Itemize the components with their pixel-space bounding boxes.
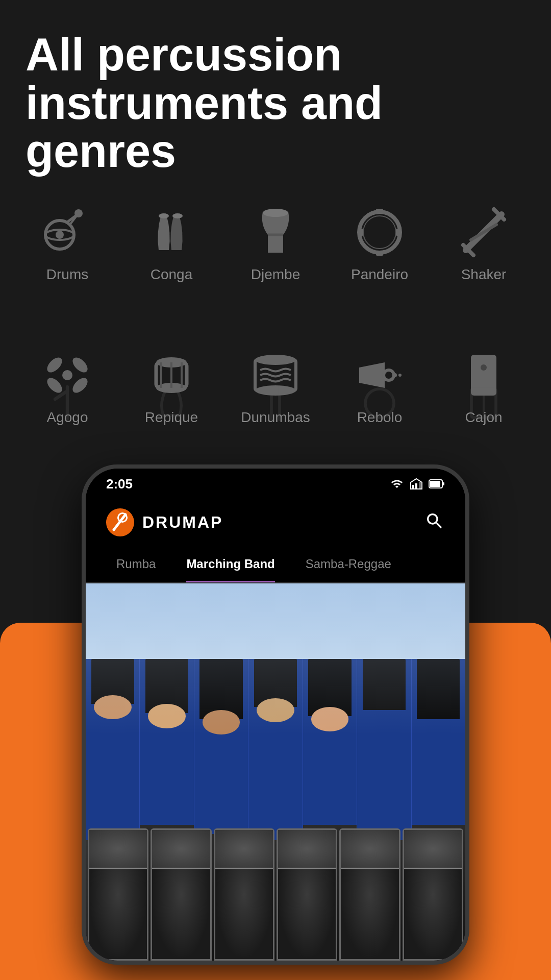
logo-svg <box>106 508 134 536</box>
svg-rect-47 <box>415 483 417 489</box>
svg-point-36 <box>398 374 402 377</box>
svg-rect-46 <box>412 485 414 489</box>
instruments-grid: Drums Conga Djembe <box>20 204 531 283</box>
shaker-icon <box>456 204 512 260</box>
svg-point-21 <box>44 355 65 375</box>
svg-line-17 <box>471 225 496 240</box>
orange-left-accent <box>0 725 31 878</box>
conga-label: Conga <box>151 266 193 283</box>
tab-rumba[interactable]: Rumba <box>101 545 171 582</box>
djembe-label: Djembe <box>251 266 300 283</box>
partial-icon-4 <box>333 383 427 424</box>
instrument-drums[interactable]: Drums <box>20 204 114 283</box>
svg-point-43 <box>365 389 394 418</box>
svg-point-22 <box>70 355 90 375</box>
phone-screen: 2:05 <box>86 469 465 961</box>
instrument-pandeiro[interactable]: Pandeiro <box>333 204 427 283</box>
svg-point-8 <box>263 209 288 217</box>
tab-samba-reggae[interactable]: Samba-Reggae <box>290 545 407 582</box>
instrument-conga[interactable]: Conga <box>124 204 218 283</box>
search-button[interactable] <box>424 511 445 533</box>
photo-overlay <box>86 583 465 961</box>
svg-point-35 <box>393 373 397 377</box>
svg-point-11 <box>363 216 396 249</box>
signal-icon <box>409 478 423 490</box>
app-name-text: DRUMAP <box>142 513 223 532</box>
search-icon <box>424 511 445 531</box>
content-area <box>86 583 465 961</box>
partial-icon-1 <box>20 383 114 424</box>
shaker-label: Shaker <box>461 266 507 283</box>
partial-icon-5 <box>437 383 531 424</box>
svg-rect-50 <box>430 481 440 487</box>
svg-point-34 <box>384 370 394 380</box>
status-bar: 2:05 <box>86 469 465 499</box>
status-icons <box>390 478 445 490</box>
svg-rect-14 <box>376 209 383 214</box>
svg-rect-51 <box>443 482 444 485</box>
pandeiro-icon <box>352 204 408 260</box>
partial-icon-3 <box>229 383 322 424</box>
phone-frame: 2:05 <box>82 464 469 965</box>
svg-point-20 <box>62 370 72 380</box>
svg-point-7 <box>172 213 183 218</box>
tab-bar: Rumba Marching Band Samba-Reggae <box>86 545 465 583</box>
svg-rect-13 <box>396 229 401 236</box>
instrument-djembe[interactable]: Djembe <box>229 204 322 283</box>
svg-point-2 <box>56 231 64 239</box>
hero-title: All percussion instruments and genres <box>26 31 525 176</box>
pandeiro-label: Pandeiro <box>351 266 408 283</box>
svg-point-38 <box>481 364 487 371</box>
svg-point-32 <box>255 355 296 365</box>
svg-line-40 <box>55 391 67 399</box>
battery-icon <box>429 478 445 490</box>
logo-icon <box>106 508 134 536</box>
svg-point-10 <box>359 212 400 253</box>
wifi-icon <box>390 478 404 490</box>
instruments-row3-partial <box>20 383 531 424</box>
conga-icon <box>143 204 199 260</box>
svg-rect-15 <box>376 251 383 256</box>
tab-marching-band[interactable]: Marching Band <box>171 545 290 582</box>
marching-band-photo <box>86 583 465 961</box>
svg-rect-12 <box>358 229 363 236</box>
app-header: DRUMAP <box>86 499 465 545</box>
status-time: 2:05 <box>106 476 133 492</box>
instrument-shaker[interactable]: Shaker <box>437 204 531 283</box>
svg-rect-48 <box>419 482 421 489</box>
drums-label: Drums <box>46 266 88 283</box>
orange-right-accent <box>520 725 551 878</box>
djembe-icon <box>247 204 304 260</box>
svg-point-6 <box>159 213 169 218</box>
partial-icon-2 <box>124 383 218 424</box>
drums-icon <box>39 204 95 260</box>
app-logo: DRUMAP <box>106 508 223 536</box>
